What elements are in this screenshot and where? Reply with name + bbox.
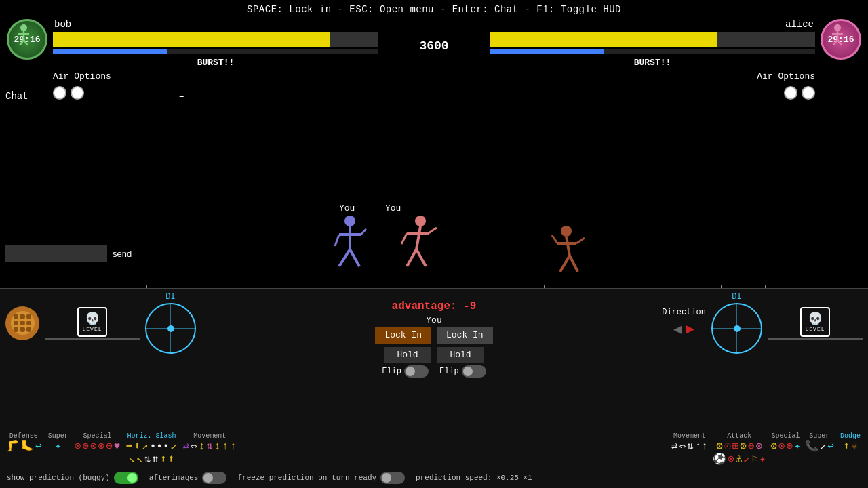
dir-left-icon[interactable]: ◀ — [673, 321, 682, 338]
special-icon-l1[interactable]: ⊙ — [75, 441, 81, 453]
direction-section: Direction ◀ ▶ — [662, 308, 706, 338]
svg-line-8 — [833, 40, 837, 45]
super-r2[interactable]: ↙ — [820, 441, 827, 453]
special-icon-l5[interactable]: ⊖ — [106, 441, 113, 453]
special-icons-left: ⊙ ⊕ ⊗ ⊛ ⊖ ♥ — [75, 441, 121, 453]
dir-right-icon[interactable]: ▶ — [686, 320, 694, 338]
jd1 — [14, 314, 19, 319]
top-hud: SPACE: Lock in - ESC: Open menu - Enter:… — [0, 0, 868, 88]
horiz-icon-10[interactable]: ⬆ — [160, 454, 167, 466]
hold-button-right[interactable]: Hold — [437, 347, 484, 363]
attack-icon-10[interactable]: ↙ — [743, 454, 750, 466]
left-action-groups: Defense 🦵 🦶 ↩ Super ✦ Special ⊙ ⊕ — [5, 432, 237, 466]
health-bar-left — [53, 32, 378, 47]
special-r1[interactable]: ⚙ — [770, 441, 777, 453]
svg-line-4 — [24, 40, 28, 45]
hold-button-left[interactable]: Hold — [384, 347, 431, 363]
movement-label-left: Movement — [193, 432, 226, 440]
special-r3[interactable]: ⊕ — [786, 441, 793, 453]
show-prediction-item: show prediction (buggy) — [7, 472, 138, 484]
horiz-icon-8[interactable]: ⇅ — [144, 454, 151, 466]
attack-icon-3[interactable]: ⊞ — [732, 441, 739, 453]
defense-icon-1[interactable]: 🦵 — [5, 441, 19, 453]
horiz-icon-3[interactable]: ↗ — [142, 441, 149, 453]
movement-l7[interactable]: ↑ — [230, 441, 237, 453]
action-group-defense: Defense 🦵 🦶 ↩ — [5, 432, 42, 453]
svg-line-28 — [570, 256, 578, 272]
di-section-left: DI — [145, 292, 196, 354]
attack-icon-1[interactable]: ⚙ — [716, 441, 723, 453]
defense-icon-3[interactable]: ↩ — [35, 441, 42, 453]
di-circle-left[interactable] — [145, 303, 196, 354]
movement-r3[interactable]: ⇅ — [687, 441, 694, 453]
lock-in-button-right[interactable]: Lock In — [437, 327, 493, 344]
attack-icon-5[interactable]: ⊕ — [748, 441, 755, 453]
movement-r4[interactable]: ↑↑ — [695, 441, 708, 453]
svg-line-15 — [335, 235, 339, 246]
afterimages-item: afterimages — [149, 472, 227, 484]
horiz-icon-7[interactable]: ↖ — [136, 454, 143, 466]
movement-l6[interactable]: ↑ — [222, 441, 229, 453]
show-prediction-label: show prediction (buggy) — [7, 474, 110, 482]
level-bar-left — [45, 338, 140, 340]
action-group-dodge: Dodge ⬆ ☣ — [838, 432, 863, 453]
attack-icon-11[interactable]: ⚐ — [751, 454, 758, 466]
jd4 — [14, 321, 19, 326]
afterimages-toggle[interactable] — [202, 472, 226, 484]
level-badge-right: 💀 LEVEL — [800, 307, 830, 337]
special-r2[interactable]: ⊙ — [778, 441, 785, 453]
dodge-icon-2[interactable]: ☣ — [851, 441, 858, 453]
horiz-icon-11[interactable]: ⬆ — [168, 454, 175, 466]
attack-icon-6[interactable]: ⊗ — [755, 441, 762, 453]
di-circle-right[interactable] — [711, 303, 762, 354]
you-label-1: You — [339, 203, 355, 214]
special-icon-l6[interactable]: ♥ — [114, 441, 121, 453]
attack-icon-4[interactable]: ⚙ — [740, 441, 747, 453]
super-r1[interactable]: 📞 — [805, 441, 818, 453]
super-label-right: Super — [809, 432, 829, 440]
flip-toggle-right[interactable] — [462, 365, 486, 378]
defense-icon-2[interactable]: 🦶 — [20, 441, 34, 453]
movement-l2[interactable]: ⇔ — [191, 441, 197, 453]
dodge-icon-1[interactable]: ⬆ — [843, 441, 850, 453]
jd3 — [26, 314, 32, 319]
movement-r1[interactable]: ⇄ — [671, 441, 678, 453]
special-icon-l4[interactable]: ⊛ — [98, 441, 105, 453]
horiz-icon-4[interactable]: ••• — [150, 441, 170, 453]
horiz-icon-9[interactable]: ⇈ — [152, 454, 159, 466]
burst-label-right: BURST!! — [490, 58, 815, 68]
attack-icon-8[interactable]: ⊗ — [728, 454, 734, 466]
level-section-left: 💀 LEVEL — [45, 307, 140, 340]
attack-icon-7[interactable]: ⚽ — [713, 454, 726, 466]
movement-l1[interactable]: ⇄ — [182, 441, 189, 453]
special-icon-l2[interactable]: ⊕ — [82, 441, 89, 453]
movement-l4[interactable]: ⇅ — [206, 441, 213, 453]
flip-toggle-left[interactable] — [404, 365, 429, 378]
horiz-icon-2[interactable]: ⬇ — [134, 441, 140, 453]
svg-point-24 — [561, 226, 572, 237]
attack-icon-9[interactable]: ⚓ — [736, 454, 743, 466]
super-icon-left-1[interactable]: ✦ — [55, 441, 62, 453]
movement-l5[interactable]: ↕ — [214, 441, 221, 453]
special-r4[interactable]: ✦ — [794, 441, 801, 453]
special-icon-l3[interactable]: ⊗ — [90, 441, 97, 453]
horiz-icon-1[interactable]: ➡ — [126, 441, 133, 453]
super-r3[interactable]: ↩ — [827, 441, 834, 453]
skull-icon-left: 💀 — [85, 311, 100, 326]
action-group-attack: Attack ⚙ ☉ ⊞ ⚙ ⊕ ⊗ ⚽ ⊗ ⚓ ↙ ⚐ ✦ — [712, 432, 766, 466]
horiz-slash-label: Horiz. Slash — [127, 432, 176, 440]
svg-point-17 — [415, 216, 426, 226]
freeze-prediction-toggle[interactable] — [380, 472, 405, 484]
attack-icon-2[interactable]: ☉ — [724, 441, 731, 453]
joystick-icon[interactable] — [5, 306, 39, 340]
lock-in-button-left[interactable]: Lock In — [375, 327, 431, 344]
movement-r2[interactable]: ⇔ — [679, 441, 686, 453]
movement-l3[interactable]: ↕ — [199, 441, 205, 453]
svg-line-23 — [429, 228, 437, 233]
attack-icon-12[interactable]: ✦ — [760, 454, 766, 466]
flip-item-left: Flip — [382, 365, 429, 378]
show-prediction-toggle[interactable] — [114, 472, 138, 484]
horiz-icon-6[interactable]: ↘ — [129, 454, 136, 466]
joystick-inner — [11, 311, 35, 335]
horiz-icon-5[interactable]: ↙ — [171, 441, 178, 453]
